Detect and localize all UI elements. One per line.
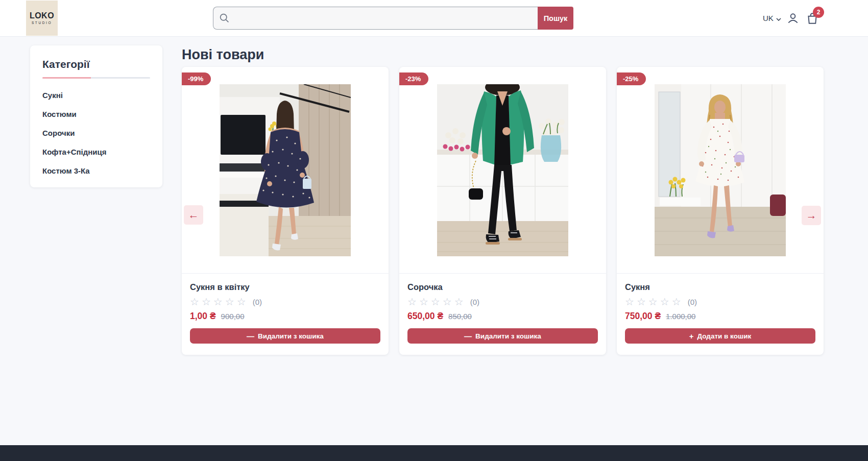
remove-from-cart-button[interactable]: — Видалити з кошика bbox=[407, 328, 598, 344]
search-button[interactable]: Пошук bbox=[538, 7, 573, 30]
language-value: UK bbox=[763, 14, 774, 22]
cart-button[interactable]: 2 bbox=[806, 12, 819, 25]
product-card: -25% bbox=[617, 67, 824, 355]
minus-icon: — bbox=[464, 332, 472, 340]
minus-icon: — bbox=[247, 332, 254, 340]
product-prices: 650,00 ₴ 850,00 bbox=[407, 311, 598, 322]
search-bar: Пошук bbox=[213, 7, 573, 30]
old-price: 850,00 bbox=[448, 312, 472, 321]
remove-from-cart-button[interactable]: — Видалити з кошика bbox=[190, 328, 380, 344]
product-image[interactable] bbox=[655, 84, 786, 256]
discount-badge: -25% bbox=[617, 72, 646, 85]
product-image[interactable] bbox=[437, 84, 568, 256]
category-item-kofta-spidnytsia[interactable]: Кофта+Спідниця bbox=[42, 142, 150, 161]
shopping-bag-icon bbox=[806, 18, 819, 27]
product-card: -23% bbox=[399, 67, 606, 355]
current-price: 750,00 ₴ bbox=[625, 311, 661, 322]
page: LOKO STUDIO Пошук UK 2 bbox=[0, 0, 868, 461]
product-info: Сорочка ☆☆☆☆☆ (0) 650,00 ₴ 850,00 — Вида… bbox=[399, 274, 606, 344]
store-logo[interactable]: LOKO STUDIO bbox=[26, 1, 58, 36]
page-title: Нові товари bbox=[182, 47, 264, 63]
star-icons: ☆☆☆☆☆ bbox=[407, 297, 466, 307]
chevron-down-icon bbox=[776, 14, 781, 22]
rating-count: (0) bbox=[470, 298, 479, 306]
cart-button-label: Додати в кошик bbox=[697, 332, 751, 340]
current-price: 1,00 ₴ bbox=[190, 311, 216, 322]
product-prices: 750,00 ₴ 1.000,00 bbox=[625, 311, 815, 322]
product-card: -99% bbox=[182, 67, 389, 355]
product-image[interactable] bbox=[220, 84, 351, 256]
add-to-cart-button[interactable]: + Додати в кошик bbox=[625, 328, 815, 344]
category-item-kostiumy[interactable]: Костюми bbox=[42, 105, 150, 124]
user-icon bbox=[786, 18, 800, 27]
product-name[interactable]: Сорочка bbox=[407, 282, 598, 292]
discount-badge: -99% bbox=[182, 72, 211, 85]
categories-divider bbox=[42, 77, 150, 79]
category-item-sukni[interactable]: Сукні bbox=[42, 86, 150, 105]
account-button[interactable] bbox=[786, 12, 800, 25]
cart-button-label: Видалити з кошика bbox=[258, 332, 324, 340]
carousel-next-button[interactable]: → bbox=[802, 206, 821, 225]
language-selector[interactable]: UK bbox=[763, 0, 781, 36]
header: LOKO STUDIO Пошук UK 2 bbox=[0, 0, 868, 37]
logo-title: LOKO bbox=[30, 12, 54, 20]
category-item-sorochky[interactable]: Сорочки bbox=[42, 124, 150, 142]
product-info: Сукня ☆☆☆☆☆ (0) 750,00 ₴ 1.000,00 + Дода… bbox=[617, 274, 824, 344]
old-price: 900,00 bbox=[221, 312, 245, 321]
categories-title: Категорії bbox=[42, 58, 150, 70]
current-price: 650,00 ₴ bbox=[407, 311, 443, 322]
cart-count-badge: 2 bbox=[813, 7, 824, 18]
logo-subtitle: STUDIO bbox=[32, 21, 52, 25]
star-icons: ☆☆☆☆☆ bbox=[625, 297, 684, 307]
star-icons: ☆☆☆☆☆ bbox=[190, 297, 249, 307]
categories-panel: Категорії Сукні Костюми Сорочки Кофта+Сп… bbox=[30, 45, 162, 187]
plus-icon: + bbox=[689, 332, 694, 340]
category-item-kostium-3ka[interactable]: Костюм 3-Ка bbox=[42, 161, 150, 180]
discount-badge: -23% bbox=[399, 72, 428, 85]
product-prices: 1,00 ₴ 900,00 bbox=[190, 311, 380, 322]
arrow-right-icon: → bbox=[806, 209, 817, 222]
category-list: Сукні Костюми Сорочки Кофта+Спідниця Кос… bbox=[42, 86, 150, 180]
footer bbox=[0, 445, 868, 461]
rating-count: (0) bbox=[688, 298, 697, 306]
product-rating: ☆☆☆☆☆ (0) bbox=[190, 297, 380, 307]
product-rating: ☆☆☆☆☆ (0) bbox=[625, 297, 815, 307]
rating-count: (0) bbox=[253, 298, 262, 306]
cart-button-label: Видалити з кошика bbox=[475, 332, 541, 340]
arrow-left-icon: ← bbox=[188, 209, 199, 221]
product-name[interactable]: Сукня в квітку bbox=[190, 282, 380, 292]
product-name[interactable]: Сукня bbox=[625, 282, 815, 292]
product-info: Сукня в квітку ☆☆☆☆☆ (0) 1,00 ₴ 900,00 —… bbox=[182, 274, 389, 344]
old-price: 1.000,00 bbox=[666, 312, 695, 321]
product-rating: ☆☆☆☆☆ (0) bbox=[407, 297, 598, 307]
search-input[interactable] bbox=[213, 7, 538, 30]
carousel-prev-button[interactable]: ← bbox=[184, 205, 203, 225]
